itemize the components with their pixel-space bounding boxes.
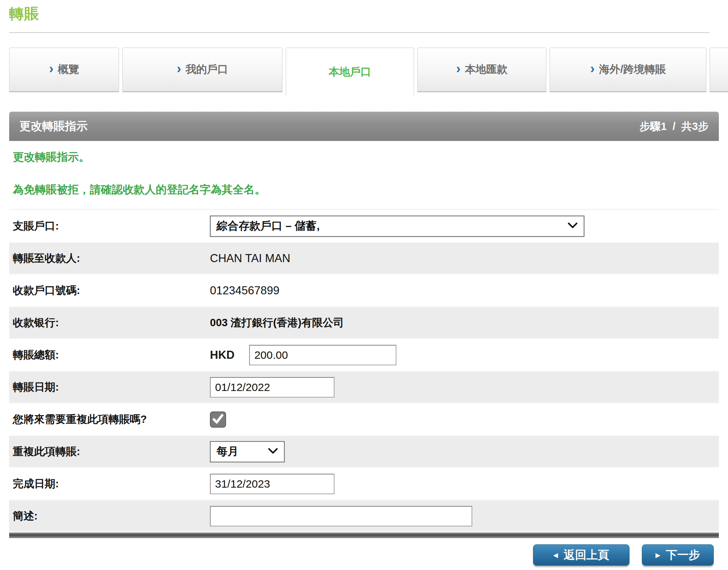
repeat-frequency-select[interactable]: 每月 xyxy=(210,441,285,462)
back-button-label: 返回上頁 xyxy=(564,547,609,563)
row-repeat-frequency: 重複此項轉賬: 每月 xyxy=(9,435,719,467)
row-payee-name: 轉賬至收款人: CHAN TAI MAN xyxy=(9,242,719,274)
section-header: 更改轉賬指示 步驟1 / 共3步 xyxy=(9,112,719,141)
row-payee-account: 收款戶口號碼: 01234567899 xyxy=(9,274,719,306)
form-panel: 更改轉賬指示。 為免轉賬被拒，請確認收款人的登記名字為其全名。 支賬戶口: 綜合… xyxy=(9,141,719,538)
chevron-right-icon: › xyxy=(49,62,53,75)
repeat-question-label: 您將來需要重複此項轉賬嗎? xyxy=(9,412,210,427)
transfer-page: 轉賬 › 概覽 › 我的戶口 本地戶口 › 本地匯款 › 海外/跨境轉賬 更改轉… xyxy=(0,0,728,570)
row-memo: 簡述: xyxy=(9,499,719,532)
step-indicator: 步驟1 / 共3步 xyxy=(639,112,709,141)
form-bottom-divider xyxy=(9,532,719,538)
debit-account-select[interactable]: 綜合存款戶口 – 儲蓄, xyxy=(210,216,584,237)
repeat-frequency-label: 重複此項轉賬: xyxy=(9,444,210,459)
tab-my-accounts[interactable]: › 我的戶口 xyxy=(122,48,282,92)
chevron-down-icon xyxy=(268,448,278,456)
tab-overseas-transfer[interactable]: › 海外/跨境轉賬 xyxy=(550,48,706,92)
transfer-date-label: 轉賬日期: xyxy=(9,380,210,395)
next-button-label: 下一步 xyxy=(666,547,700,563)
currency-code: HKD xyxy=(210,349,234,362)
tab-local-remittance[interactable]: › 本地匯款 xyxy=(417,48,546,92)
chevron-right-icon: › xyxy=(590,62,595,75)
instruction-line-1: 更改轉賬指示。 xyxy=(9,141,719,165)
amount-label: 轉賬總額: xyxy=(9,348,210,362)
transfer-form: 支賬戶口: 綜合存款戶口 – 儲蓄, 轉賬至收款人: CHAN TAI MAN xyxy=(9,209,719,532)
memo-input[interactable] xyxy=(210,506,472,526)
amount-input[interactable] xyxy=(249,345,396,365)
tab-bar: › 概覽 › 我的戶口 本地戶口 › 本地匯款 › 海外/跨境轉賬 xyxy=(9,48,728,97)
tab-label: 本地戶口 xyxy=(329,65,371,79)
tab-local-accounts[interactable]: 本地戶口 xyxy=(286,48,414,96)
row-amount: 轉賬總額: HKD xyxy=(9,338,719,370)
tab-partial[interactable] xyxy=(710,48,728,92)
payee-bank-value: 003 渣打銀行(香港)有限公司 xyxy=(210,316,344,330)
payee-account-label: 收款戶口號碼: xyxy=(9,283,210,298)
back-button[interactable]: ◂ 返回上頁 xyxy=(533,544,629,566)
check-icon xyxy=(211,412,225,427)
tab-label: 海外/跨境轉賬 xyxy=(599,62,666,77)
payee-account-value: 01234567899 xyxy=(210,284,280,297)
tab-label: 本地匯款 xyxy=(465,62,507,77)
debit-account-value: 綜合存款戶口 – 儲蓄, xyxy=(217,219,320,234)
row-end-date: 完成日期: xyxy=(9,467,719,499)
title-divider xyxy=(9,32,710,33)
row-repeat-question: 您將來需要重複此項轉賬嗎? xyxy=(9,403,719,435)
memo-label: 簡述: xyxy=(9,509,210,524)
chevron-right-icon: › xyxy=(177,62,181,75)
debit-account-label: 支賬戶口: xyxy=(9,219,210,234)
transfer-date-input[interactable] xyxy=(210,377,335,398)
action-buttons: ◂ 返回上頁 ▸ 下一步 xyxy=(533,544,714,566)
repeat-checkbox[interactable] xyxy=(210,411,226,428)
arrow-right-icon: ▸ xyxy=(655,551,660,559)
payee-name-label: 轉賬至收款人: xyxy=(9,251,210,266)
end-date-label: 完成日期: xyxy=(9,477,210,491)
row-debit-account: 支賬戶口: 綜合存款戶口 – 儲蓄, xyxy=(9,209,719,242)
chevron-right-icon: › xyxy=(456,62,461,75)
chevron-down-icon xyxy=(568,222,578,230)
tab-overview[interactable]: › 概覽 xyxy=(9,48,119,92)
page-title: 轉賬 xyxy=(9,4,39,24)
payee-bank-label: 收款银行: xyxy=(9,316,210,330)
tab-label: 概覽 xyxy=(58,62,79,77)
tab-label: 我的戶口 xyxy=(186,62,228,77)
row-payee-bank: 收款银行: 003 渣打銀行(香港)有限公司 xyxy=(9,306,719,338)
arrow-left-icon: ◂ xyxy=(553,551,558,559)
repeat-frequency-value: 每月 xyxy=(217,444,239,459)
next-button[interactable]: ▸ 下一步 xyxy=(642,544,714,566)
row-transfer-date: 轉賬日期: xyxy=(9,370,719,403)
section-title: 更改轉賬指示 xyxy=(19,112,88,141)
end-date-input[interactable] xyxy=(210,474,335,494)
payee-name-value: CHAN TAI MAN xyxy=(210,252,290,265)
instruction-line-2: 為免轉賬被拒，請確認收款人的登記名字為其全名。 xyxy=(9,165,719,209)
